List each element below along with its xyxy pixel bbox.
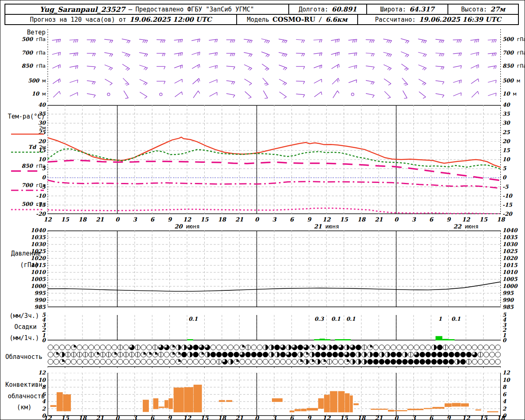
wind-level-label-left: 500 гПа [0,36,46,42]
x-hour-label: 6 [429,216,433,223]
pressure-axis-label-right: 995 [502,290,514,296]
longitude-cell: Долгота: 60.891 [288,5,366,14]
x-date-label: 21 июня [314,223,339,230]
conv-axis-label-right: 4 [502,398,506,404]
pressure-axis-label-right: 985 [502,304,514,310]
longitude-label: Долгота: [299,6,328,13]
conv-axis-label-right: 8 [502,384,506,390]
x-hour-label: 9 [168,216,172,223]
header-dash: — [128,6,132,13]
pressure-axis-label-right: 990 [502,297,514,303]
forecast-label: Прогноз на 120 часа(ов) от [30,16,126,23]
pressure-axis-label-right: 1040 [502,227,517,233]
conv-axis-label-left: 12 [0,370,46,376]
precip-value-label: 1 [438,316,442,322]
conv-axis-label-right: 6 [502,391,506,397]
temp-axis-label-left: -10 [0,193,46,199]
temp-axis-label-right: -20 [502,211,512,217]
header-station-cell: Yug_Saranpaul_23527 — Предоставлено ФГБУ… [5,5,288,14]
calculated-time: 19.06.2025 16:39 UTC [419,16,501,23]
latitude-cell: Широта: 64.317 [366,5,447,14]
temp-legend-label: Td 2м [0,144,46,150]
wind-level-label-left: 500 м [0,78,46,84]
longitude-value: 60.891 [332,5,357,13]
conv-axis-label-right: 12 [502,370,510,376]
pressure-axis-label-left: 1000 [0,283,46,289]
temp-axis-label-right: 25 [502,129,510,135]
altitude-label: Высота: [461,6,487,13]
model-name: COSMO-RU [272,16,315,23]
wind-level-label-right: 500 гПа [502,36,525,42]
precip-value-label: 0.1 [188,316,198,322]
model-slash: / [319,16,322,23]
wind-level-label-left: 10 м [0,91,46,97]
x-hour-label: 15 [479,216,487,223]
conv-axis-label-left: 2 [0,406,46,412]
pressure-axis-label-right: 1030 [502,241,517,247]
header: Yug_Saranpaul_23527 — Предоставлено ФГБУ… [5,4,519,25]
x-hour-label: 21 [96,216,104,223]
wind-level-label-right: 500 м [502,78,520,84]
temp-axis-label-right: 35 [502,111,510,117]
calculated-cell: Рассчитано: 19.06.2025 16:39 UTC [357,15,518,24]
forecast-start-time: 19.06.2025 12:00 UTC [130,16,212,23]
conv-axis-label-left: 0 [0,413,46,419]
altitude-value: 27м [491,5,505,13]
temp-axis-label-right: -10 [502,193,512,199]
pressure-axis-label-right: 1020 [502,255,517,261]
station-name: Yug_Saranpaul_23527 [40,5,125,14]
pressure-axis-label-left: 1015 [0,262,46,268]
temp-legend-label: 2м [0,125,46,131]
x-hour-label: 12 [43,216,51,223]
temp-legend-line [10,208,45,211]
x-hour-label: 3 [412,216,416,223]
x-hour-label: 18 [218,216,226,223]
temp-legend-label: 850 гПа [0,163,46,169]
x-hour-label: 12 [183,216,191,223]
pressure-axis-label-left: 1030 [0,241,46,247]
x-hour-label: 18 [78,216,86,223]
temp-axis-label-right: 5 [502,165,506,171]
x-hour-label: 15 [61,216,69,223]
temp-axis-label-right: 20 [502,138,510,144]
header-row-2: Прогноз на 120 часа(ов) от 19.06.2025 12… [5,15,518,24]
pressure-axis-label-left: 1010 [0,269,46,275]
model-label: Модель [247,16,269,23]
pressure-axis-label-right: 1000 [502,283,517,289]
x-hour-label: 21 [375,216,383,223]
precip-value-label: 0.1 [331,316,340,322]
conv-axis-label-left: 8 [0,384,46,390]
temp-axis-label-right: 30 [502,120,510,126]
pressure-axis-label-right: 1010 [502,269,517,275]
model-cell: Модель COSMO-RU / 6.6км [236,15,357,24]
meteogram: Yug_Saranpaul_23527 — Предоставлено ФГБУ… [0,0,525,420]
temp-axis-label-left: 10 [0,156,46,162]
pressure-axis-label-right: 1015 [502,262,517,268]
temp-legend-line [10,151,45,154]
x-date-label: 22 июня [453,223,479,230]
pressure-axis-label-left: 1005 [0,276,46,282]
temp-axis-label-right: 15 [502,147,510,153]
precipitation-panel [48,315,501,340]
wind-barbs-panel [48,29,501,103]
pressure-axis-label-left: 985 [0,304,46,310]
x-hour-label: 3 [272,216,276,223]
convective-clouds-panel [48,373,501,416]
pressure-axis-label-left: 990 [0,297,46,303]
pressure-axis-label-left: 1040 [0,227,46,233]
pressure-axis-label-left: 1020 [0,255,46,261]
x-hour-label: 15 [201,216,208,223]
altitude-cell: Высота: 27м [447,5,518,14]
precip-axis-label-right: 0 [502,337,506,343]
conv-axis-label-left: 4 [0,398,46,404]
forecast-cell: Прогноз на 120 часа(ов) от 19.06.2025 12… [5,15,236,24]
x-hour-label: 0 [115,216,119,223]
latitude-value: 64.317 [409,5,434,13]
temp-legend-label: 700 гПа [0,182,46,188]
x-hour-label: 0 [394,216,398,223]
temp-axis-label-right: 40 [502,102,510,108]
x-hour-label: 15 [340,216,348,223]
provided-by: Предоставлено ФГБУ "ЗапСиб УГМС" [135,6,254,13]
x-hour-label: 3 [133,216,137,223]
x-hour-label: 21 [235,216,243,223]
